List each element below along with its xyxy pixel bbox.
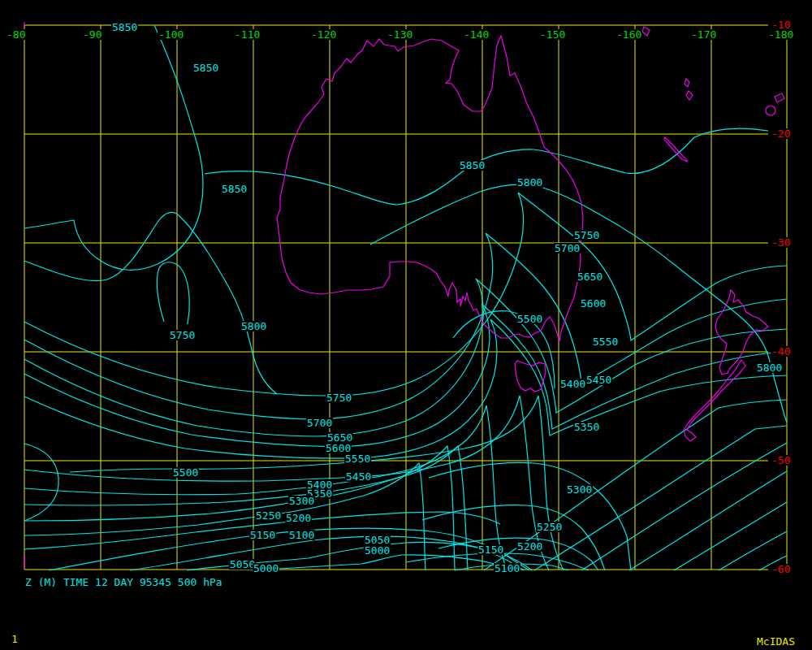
contour-line bbox=[629, 471, 787, 570]
longitude-label: -150 bbox=[539, 29, 566, 40]
longitude-label: -160 bbox=[615, 29, 642, 40]
contour-line bbox=[674, 502, 787, 570]
longitude-label: -80 bbox=[6, 29, 26, 40]
latitude-label: -50 bbox=[771, 455, 791, 466]
contour-label: 5500 bbox=[172, 467, 199, 478]
longitude-label: -110 bbox=[234, 29, 261, 40]
contour-label: 5800 bbox=[756, 362, 783, 373]
contour-label: 5200 bbox=[285, 513, 312, 523]
contour-label: 5600 bbox=[580, 298, 607, 309]
contour-label: 5800 bbox=[240, 321, 267, 332]
contour-line bbox=[130, 536, 524, 570]
contour-line bbox=[24, 212, 277, 394]
latitude-label: -60 bbox=[771, 564, 791, 574]
coastline bbox=[775, 93, 784, 102]
mcidas-display[interactable]: -80-90-100-110-120-130-140-150-160-170-1… bbox=[0, 0, 812, 650]
contour-label: 5250 bbox=[536, 522, 563, 532]
contour-label: 5450 bbox=[585, 375, 612, 385]
contour-label: 5350 bbox=[573, 422, 600, 432]
coastline-layer bbox=[24, 22, 784, 569]
contour-label: 5700 bbox=[306, 418, 333, 428]
contour-line bbox=[24, 446, 468, 570]
contour-line bbox=[157, 262, 189, 324]
contour-label: 5450 bbox=[345, 471, 372, 482]
longitude-label: -130 bbox=[387, 29, 413, 40]
latitude-label: -20 bbox=[771, 128, 791, 139]
coastline bbox=[642, 27, 650, 36]
contour-label: 5150 bbox=[477, 544, 504, 555]
contour-label: 5800 bbox=[516, 177, 543, 188]
plot-annotation: Z (M) TIME 12 DAY 95345 500 hPa bbox=[24, 577, 223, 587]
contour-line bbox=[24, 405, 508, 570]
contour-label: 5650 bbox=[577, 271, 603, 282]
coastline bbox=[684, 360, 745, 441]
contour-line bbox=[24, 25, 203, 270]
latitude-label: -40 bbox=[771, 346, 791, 357]
coastline bbox=[277, 36, 583, 341]
latlon-grid bbox=[24, 25, 787, 570]
coastline bbox=[685, 79, 689, 87]
contour-label: 5150 bbox=[249, 530, 276, 540]
contour-label: 5750 bbox=[169, 330, 196, 340]
contour-label: 5300 bbox=[566, 484, 593, 495]
contour-line bbox=[24, 444, 58, 521]
longitude-label: -90 bbox=[82, 29, 102, 40]
contour-label: 5000 bbox=[253, 563, 279, 574]
latitude-label: -30 bbox=[771, 237, 791, 248]
contour-label: 5700 bbox=[554, 243, 581, 254]
contour-label: 5550 bbox=[344, 453, 371, 464]
contour-label: 5300 bbox=[288, 496, 315, 506]
contour-label: 5850 bbox=[221, 184, 248, 194]
contour-label: 5400 bbox=[559, 379, 586, 389]
coastline bbox=[766, 106, 775, 115]
contour-label: 5750 bbox=[573, 230, 600, 240]
longitude-label: -100 bbox=[158, 29, 184, 40]
frame-number: 1 bbox=[11, 634, 19, 644]
contour-label: 5850 bbox=[111, 22, 138, 32]
longitude-label: -140 bbox=[463, 29, 490, 40]
contour-label: 5100 bbox=[288, 530, 315, 540]
contour-label: 5200 bbox=[516, 541, 543, 552]
contour-label: 5500 bbox=[516, 314, 543, 324]
map-canvas[interactable] bbox=[0, 0, 812, 650]
contour-label: 5750 bbox=[326, 392, 352, 403]
contour-label: 5550 bbox=[592, 336, 619, 347]
coastline bbox=[664, 137, 688, 162]
longitude-label: -170 bbox=[690, 29, 717, 40]
coastline bbox=[686, 91, 693, 100]
contour-label: 5250 bbox=[255, 510, 282, 521]
contour-line bbox=[205, 128, 768, 205]
contour-label: 5100 bbox=[494, 563, 520, 574]
mcidas-brand: McIDAS bbox=[756, 636, 796, 647]
contour-label: 5000 bbox=[364, 545, 391, 556]
longitude-label: -120 bbox=[310, 29, 337, 40]
latitude-label: -10 bbox=[771, 20, 791, 30]
contour-label: 5850 bbox=[192, 63, 219, 73]
contour-label: 5850 bbox=[459, 160, 486, 171]
